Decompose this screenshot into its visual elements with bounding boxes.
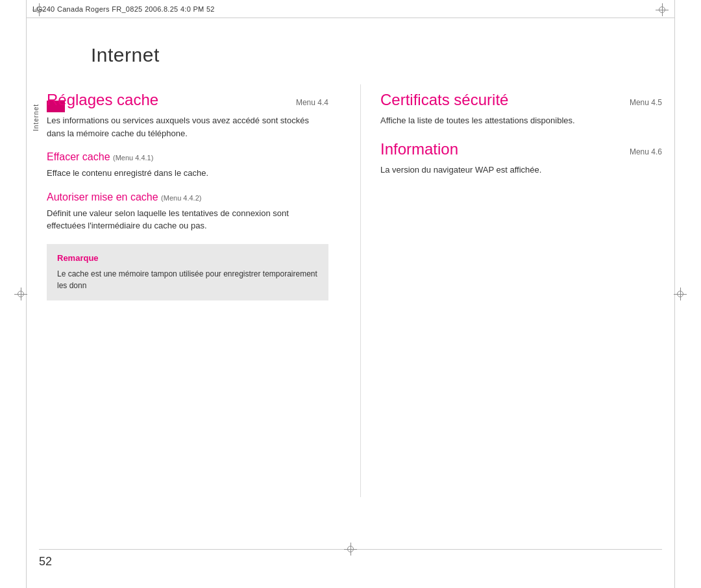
certificats-body: Affiche la liste de toutes les attestati…: [380, 114, 662, 127]
note-title: Remarque: [57, 253, 318, 263]
header-text: LG240 Canada Rogers FR_0825 2006.8.25 4:…: [32, 5, 215, 13]
information-menu: Menu 4.6: [630, 147, 662, 156]
information-label: Information: [380, 140, 458, 158]
autoriser-body: Définit une valeur selon laquelle les te…: [47, 207, 328, 232]
effacer-cache-title: Effacer cache (Menu 4.4.1): [47, 151, 328, 163]
autoriser-menu: (Menu 4.4.2): [161, 194, 201, 202]
bottom-crosshair: [344, 543, 357, 556]
note-text: Le cache est une mémoire tampon utilisée…: [57, 268, 318, 291]
reglages-cache-label: Réglages cache: [47, 91, 158, 109]
reglages-cache-menu: Menu 4.4: [296, 98, 328, 107]
reglages-cache-body: Les informations ou services auxquels vo…: [47, 114, 328, 140]
header-bar: LG240 Canada Rogers FR_0825 2006.8.25 4:…: [26, 0, 675, 18]
content-area: Réglages cache Menu 4.4 Les informations…: [47, 71, 662, 510]
effacer-cache-label: Effacer cache: [47, 151, 110, 162]
information-title: Information Menu 4.6: [380, 140, 662, 158]
sidebar-label: Internet: [32, 104, 40, 131]
certificats-title: Certificats sécurité Menu 4.5: [380, 91, 662, 109]
reglages-cache-title: Réglages cache Menu 4.4: [47, 91, 328, 109]
effacer-cache-body: Efface le contenu enregistré dans le cac…: [47, 167, 328, 180]
top-right-crosshair: [656, 3, 669, 16]
information-body: La version du navigateur WAP est affiché…: [380, 164, 662, 177]
note-box: Remarque Le cache est une mémoire tampon…: [47, 244, 328, 300]
page-number: 52: [39, 555, 52, 568]
mid-right-crosshair: [674, 288, 687, 300]
top-left-crosshair: [32, 3, 45, 16]
right-column: Certificats sécurité Menu 4.5 Affiche la…: [354, 71, 662, 510]
autoriser-title: Autoriser mise en cache (Menu 4.4.2): [47, 191, 328, 203]
page-title: Internet: [91, 44, 160, 66]
mid-left-crosshair: [14, 288, 27, 300]
certificats-label: Certificats sécurité: [380, 91, 508, 109]
autoriser-label: Autoriser mise en cache: [47, 191, 158, 202]
left-column: Réglages cache Menu 4.4 Les informations…: [47, 71, 354, 510]
certificats-menu: Menu 4.5: [630, 98, 662, 107]
effacer-cache-menu: (Menu 4.4.1): [113, 154, 153, 162]
